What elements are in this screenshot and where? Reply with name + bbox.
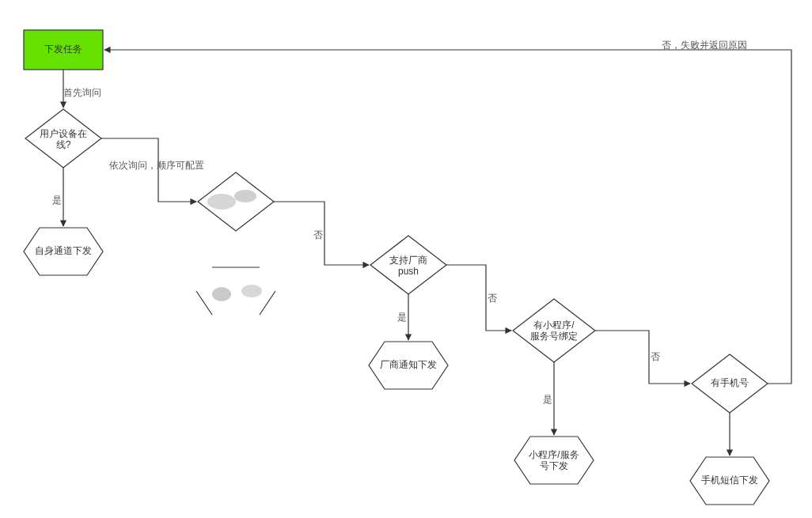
node-mp-bound-line1: 有小程序/: [533, 319, 575, 331]
edge-mp-yes: 是: [543, 362, 554, 435]
edge-device-no: 依次询问，顺序可配置: [101, 138, 204, 202]
edge-first-ask-label: 首先询问: [63, 87, 101, 98]
node-mp-send-line2: 号下发: [540, 460, 568, 471]
node-mp-send: 小程序/服务 号下发: [514, 437, 594, 484]
node-vendor-notify-label: 厂商通知下发: [380, 359, 437, 370]
node-start-label: 下发任务: [44, 43, 82, 55]
edge-phone-no-loop: 否，失败并返回原因: [104, 40, 791, 384]
node-mp-send-line1: 小程序/服务: [529, 449, 579, 460]
edge-fail-return-label: 否，失败并返回原因: [662, 40, 747, 51]
edge-vendor-yes-label: 是: [397, 312, 407, 323]
node-config-slot-result: [196, 267, 275, 315]
edge-mp-no: 否: [595, 331, 690, 384]
flowchart-canvas: 下发任务 用户设备在 线? 自身通道下发 支持厂商 push 厂商通知下发 有小…: [0, 0, 812, 518]
svg-point-6: [212, 287, 231, 301]
edge-mp-yes-label: 是: [543, 394, 552, 405]
edge-config-no-label: 否: [313, 229, 323, 240]
node-vendor-push-line2: push: [398, 266, 419, 277]
svg-point-4: [207, 194, 236, 210]
edge-vendor-no-label: 否: [488, 293, 497, 304]
node-device-online: 用户设备在 线?: [25, 109, 101, 168]
edge-vendor-yes: 是: [397, 294, 408, 340]
node-self-channel: 自身通道下发: [24, 228, 103, 275]
edge-device-yes-label: 是: [52, 195, 62, 206]
edge-vendor-no: 否: [446, 265, 511, 331]
node-config-slot: [198, 172, 274, 231]
svg-point-7: [241, 285, 262, 297]
edge-mp-no-label: 否: [651, 351, 660, 362]
node-vendor-push: 支持厂商 push: [370, 236, 446, 294]
edge-seq-ask-label: 依次询问，顺序可配置: [109, 160, 204, 171]
node-mp-bound: 有小程序/ 服务号绑定: [513, 299, 595, 362]
node-device-online-line1: 用户设备在: [40, 128, 87, 139]
edge-start-to-device: 首先询问: [63, 70, 101, 108]
node-sms-send-label: 手机短信下发: [701, 475, 758, 486]
node-sms-send: 手机短信下发: [690, 457, 769, 505]
node-vendor-push-line1: 支持厂商: [389, 255, 427, 266]
node-device-online-line2: 线?: [56, 139, 71, 150]
edge-device-yes: 是: [52, 168, 63, 226]
node-vendor-notify: 厂商通知下发: [369, 342, 448, 389]
node-self-channel-label: 自身通道下发: [35, 245, 92, 256]
edge-config-to-vendor: 否: [274, 202, 369, 265]
svg-point-5: [234, 190, 256, 202]
node-has-phone: 有手机号: [692, 354, 768, 413]
node-start: 下发任务: [24, 30, 103, 70]
node-mp-bound-line2: 服务号绑定: [530, 331, 578, 342]
node-has-phone-label: 有手机号: [711, 377, 749, 388]
